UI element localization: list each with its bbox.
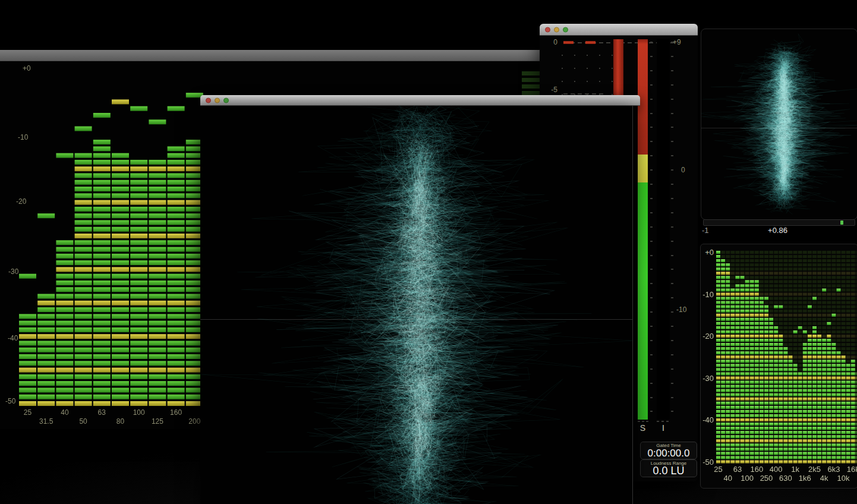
scale-label: 40	[719, 474, 737, 483]
tick-mark	[666, 421, 669, 422]
tick-mark	[671, 113, 673, 114]
tick-mark	[562, 55, 563, 56]
tick-mark	[612, 81, 613, 82]
tick-mark	[650, 297, 653, 298]
tick-mark	[671, 169, 673, 171]
tick-mark	[650, 269, 653, 270]
tick-mark	[661, 421, 664, 422]
tick-mark	[650, 383, 653, 384]
tick-mark	[671, 42, 673, 43]
tick-mark	[585, 41, 596, 44]
tick-mark	[671, 397, 673, 398]
integrated-loudness-bar	[657, 39, 670, 420]
scale-label: 16k	[844, 465, 857, 474]
scale-label: -20	[701, 332, 714, 341]
titlebar-spectrum-left[interactable]	[0, 50, 541, 61]
tick-mark	[671, 354, 673, 355]
tick-mark	[650, 255, 653, 256]
scale-label: +0	[701, 248, 714, 257]
tick-mark	[599, 68, 600, 69]
tick-mark	[612, 68, 613, 69]
tick-mark	[650, 169, 653, 171]
tick-mark	[671, 411, 673, 412]
integrated-label: I	[657, 423, 670, 433]
tick-mark	[671, 311, 673, 313]
close-button[interactable]	[545, 27, 550, 32]
tick-mark	[599, 81, 600, 82]
goniometer-content	[200, 106, 633, 504]
zoom-button[interactable]	[223, 97, 229, 103]
tick-mark	[578, 93, 582, 94]
scale-label: -30	[701, 374, 714, 383]
scale-label: -10	[18, 134, 28, 141]
scale-label: 63	[729, 465, 746, 474]
scale-label: 4k	[815, 474, 833, 483]
scale-label: +0	[23, 65, 31, 73]
tick-mark	[671, 326, 673, 327]
correlation-value: +0.86	[698, 226, 857, 234]
titlebar-loudness[interactable]	[540, 24, 698, 36]
tick-mark	[671, 283, 673, 284]
tick-mark	[650, 340, 653, 341]
tick-mark	[671, 226, 673, 228]
scale-label: -30	[8, 268, 18, 276]
scale-label: 6k3	[825, 465, 843, 474]
tick-mark	[657, 421, 659, 422]
goniometer-trace-canvas	[200, 106, 632, 504]
tick-mark	[592, 93, 596, 94]
tick-mark	[671, 255, 673, 256]
mini-goniometer-canvas	[701, 29, 857, 219]
scale-label: 31.5	[37, 418, 56, 426]
tick-mark	[650, 113, 653, 114]
tick-mark	[671, 297, 673, 298]
tick-mark	[671, 99, 673, 100]
tick-mark	[574, 55, 575, 56]
tick-mark	[650, 212, 653, 213]
tick-mark	[650, 241, 653, 242]
scale-label: -10	[701, 291, 714, 299]
scale-label: -40	[701, 416, 714, 424]
scale-label: 1k	[786, 465, 804, 474]
tick-mark	[628, 42, 632, 43]
scale-label: 400	[767, 465, 785, 474]
tick-mark	[650, 99, 653, 100]
tick-mark	[578, 42, 582, 43]
rta-right-canvas	[716, 249, 856, 470]
tick-mark	[587, 55, 588, 56]
mini-goniometer-panel	[701, 29, 857, 220]
tick-mark	[671, 212, 673, 213]
tick-mark	[650, 411, 653, 412]
tick-mark	[650, 354, 653, 355]
rta-left-hidden-sliver	[522, 71, 540, 96]
scale-label: 100	[738, 474, 756, 483]
tick-mark	[671, 70, 673, 71]
gated-time-value: 0:00:00.0	[641, 448, 697, 458]
tick-mark	[562, 68, 563, 69]
minimize-button[interactable]	[215, 97, 220, 103]
scale-label: 25	[20, 409, 36, 417]
rta-right-panel: +0-10-20-30-40-50 25631604001k2k56k316k4…	[700, 244, 857, 489]
tick-mark	[646, 421, 648, 422]
scale-label: 25	[710, 465, 727, 474]
tick-mark	[650, 184, 653, 185]
tick-mark	[650, 226, 653, 228]
tick-mark	[650, 155, 653, 156]
peak-scale-minus5: -5	[542, 86, 557, 94]
correlation-tick	[840, 220, 843, 225]
loudness-scale-0: 0	[681, 166, 693, 174]
scale-label: 630	[777, 474, 795, 483]
tick-mark	[671, 241, 673, 242]
tick-mark	[650, 141, 653, 142]
peak-scale-0: 0	[544, 39, 557, 46]
tick-mark	[612, 55, 613, 56]
titlebar-goniometer[interactable]	[200, 95, 640, 106]
tick-mark	[587, 81, 588, 82]
scale-label: 125	[148, 418, 167, 426]
tick-mark	[671, 340, 673, 341]
close-button[interactable]	[206, 97, 211, 103]
scale-label: 2k5	[806, 465, 824, 474]
minimize-button[interactable]	[554, 27, 559, 32]
tick-mark	[642, 421, 644, 422]
zoom-button[interactable]	[563, 27, 568, 32]
tick-mark	[650, 56, 653, 57]
